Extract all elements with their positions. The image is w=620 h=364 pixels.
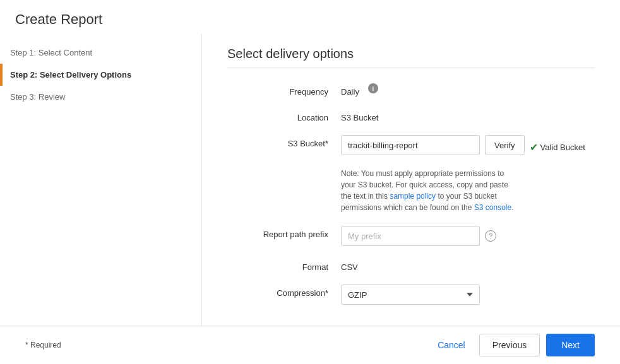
note-text: Note: You must apply appropriate permiss… bbox=[341, 168, 518, 213]
page-title: Create Report bbox=[0, 0, 620, 34]
sidebar: Step 1: Select Content Step 2: Select De… bbox=[0, 34, 202, 326]
previous-button[interactable]: Previous bbox=[479, 334, 540, 356]
footer-bar: * Required Cancel Previous Next bbox=[0, 326, 620, 364]
location-value: S3 Bucket bbox=[341, 109, 378, 122]
report-path-row: Report path prefix ? bbox=[227, 226, 595, 246]
note-spacer bbox=[227, 168, 341, 172]
format-label: Format bbox=[227, 259, 341, 272]
next-button[interactable]: Next bbox=[546, 334, 595, 356]
bucket-row-controls: Verify ✔ Valid Bucket bbox=[341, 135, 585, 155]
verify-button[interactable]: Verify bbox=[485, 135, 525, 155]
report-path-label: Report path prefix bbox=[227, 226, 341, 239]
s3-bucket-input[interactable] bbox=[341, 135, 480, 155]
sidebar-item-step1[interactable]: Step 1: Select Content bbox=[0, 42, 201, 64]
format-control: CSV bbox=[341, 259, 595, 272]
cancel-button[interactable]: Cancel bbox=[430, 335, 473, 355]
note-text-after: . bbox=[511, 203, 513, 212]
note-control: Note: You must apply appropriate permiss… bbox=[341, 168, 595, 213]
format-value: CSV bbox=[341, 259, 358, 272]
compression-label: Compression* bbox=[227, 285, 341, 298]
form-area: Select delivery options Frequency Daily … bbox=[202, 34, 620, 326]
compression-row: Compression* GZIP ZIP None bbox=[227, 285, 595, 305]
main-content: Step 1: Select Content Step 2: Select De… bbox=[0, 34, 620, 326]
location-row: Location S3 Bucket bbox=[227, 109, 595, 122]
compression-select[interactable]: GZIP ZIP None bbox=[341, 285, 480, 305]
sample-policy-link[interactable]: sample policy bbox=[390, 192, 436, 201]
frequency-label: Frequency bbox=[227, 83, 341, 97]
valid-bucket-label: Valid Bucket bbox=[540, 143, 585, 152]
report-path-control: ? bbox=[341, 226, 595, 246]
sidebar-item-step3[interactable]: Step 3: Review bbox=[0, 86, 201, 108]
help-icon[interactable]: ? bbox=[485, 230, 496, 242]
compression-control: GZIP ZIP None bbox=[341, 285, 595, 305]
info-icon[interactable]: i bbox=[368, 83, 378, 93]
required-note: * Required bbox=[25, 341, 61, 349]
sidebar-item-step2[interactable]: Step 2: Select Delivery Options bbox=[0, 64, 201, 86]
valid-bucket-status: ✔ Valid Bucket bbox=[530, 138, 585, 153]
check-icon: ✔ bbox=[530, 141, 538, 153]
s3-bucket-control: Verify ✔ Valid Bucket bbox=[341, 135, 595, 155]
note-row: Note: You must apply appropriate permiss… bbox=[227, 168, 595, 213]
report-path-input[interactable] bbox=[341, 226, 480, 246]
location-control: S3 Bucket bbox=[341, 109, 595, 122]
s3-bucket-label: S3 Bucket* bbox=[227, 135, 341, 148]
format-row: Format CSV bbox=[227, 259, 595, 272]
s3-bucket-row: S3 Bucket* Verify ✔ Valid Bucket bbox=[227, 135, 595, 155]
section-title: Select delivery options bbox=[227, 47, 595, 68]
frequency-value: Daily bbox=[341, 83, 359, 97]
page-wrapper: Create Report Step 1: Select Content Ste… bbox=[0, 0, 620, 364]
location-label: Location bbox=[227, 109, 341, 122]
frequency-control: Daily i bbox=[341, 83, 595, 97]
frequency-row: Frequency Daily i bbox=[227, 83, 595, 97]
s3-console-link[interactable]: S3 console bbox=[474, 203, 511, 212]
